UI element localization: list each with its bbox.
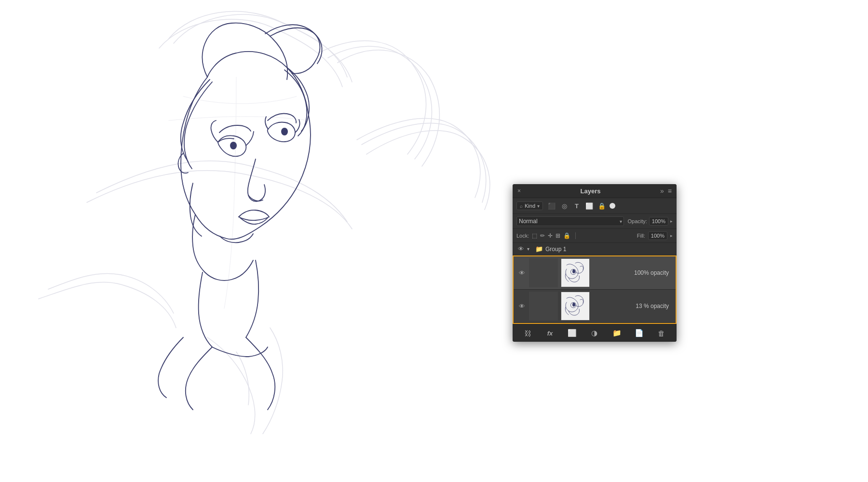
- add-adjustment-icon[interactable]: ◑: [589, 327, 600, 339]
- layer-item[interactable]: 👁 100% opacity: [514, 256, 676, 290]
- smart-filter-icon[interactable]: 🔒: [597, 201, 607, 211]
- group-name-label: Group 1: [545, 246, 673, 253]
- lock-paint-icon[interactable]: ✏: [540, 232, 545, 239]
- color-filter-circle[interactable]: [610, 203, 615, 209]
- panel-title: Layers: [581, 187, 601, 195]
- opacity-label: Opacity:: [628, 218, 647, 224]
- panel-header: × Layers » ≡: [513, 184, 677, 198]
- filter-kind-label: Kind: [525, 203, 535, 209]
- group-container: 👁 100% opacity 👁: [513, 255, 677, 324]
- pixel-filter-icon[interactable]: ⬛: [547, 201, 556, 211]
- panel-footer: ⛓ fx ⬜ ◑ 📁 📄 🗑: [513, 324, 677, 342]
- filter-search-box[interactable]: ⌕ Kind ▾: [516, 201, 543, 210]
- lock-label: Lock:: [516, 233, 529, 239]
- filter-kind-arrow: ▾: [537, 203, 540, 209]
- fill-value[interactable]: 100%: [648, 231, 667, 240]
- layer2-opacity-label: 13 % opacity: [593, 303, 672, 309]
- group-visibility-icon[interactable]: 👁: [516, 245, 525, 253]
- new-group-icon[interactable]: 📁: [611, 327, 623, 339]
- lock-all-icon[interactable]: 🔒: [563, 232, 570, 239]
- blend-mode-row: Normal Multiply Screen Overlay Opacity: …: [513, 214, 677, 229]
- fill-arrow: ▸: [670, 233, 673, 238]
- fx-icon[interactable]: fx: [544, 327, 556, 339]
- sketch-artwork: [0, 0, 511, 482]
- adjustment-filter-icon[interactable]: ◎: [559, 201, 569, 211]
- group-row[interactable]: 👁 ▾ 📁 Group 1: [513, 243, 677, 255]
- svg-point-2: [572, 269, 575, 273]
- lock-artboard-icon[interactable]: ⊞: [556, 232, 560, 239]
- layer2-bg-area: [529, 292, 558, 321]
- layer-list: 👁 ▾ 📁 Group 1 👁: [513, 243, 677, 324]
- link-layers-icon[interactable]: ⛓: [522, 327, 533, 339]
- layer2-thumbnail: [561, 292, 590, 321]
- lock-transparent-icon[interactable]: ⬚: [532, 232, 537, 239]
- svg-point-1: [281, 128, 288, 135]
- type-filter-icon[interactable]: T: [572, 201, 582, 211]
- opacity-value[interactable]: 100%: [649, 217, 668, 226]
- layer2-visibility-icon[interactable]: 👁: [517, 303, 526, 310]
- fill-label: Fill:: [637, 233, 645, 239]
- layer1-thumbnail: [561, 258, 590, 287]
- search-icon: ⌕: [520, 203, 523, 209]
- canvas-area: [0, 0, 868, 482]
- new-layer-icon[interactable]: 📄: [634, 327, 645, 339]
- blend-mode-selector[interactable]: Normal Multiply Screen Overlay: [516, 216, 624, 226]
- layer1-bg-area: [529, 258, 558, 287]
- layer1-visibility-icon[interactable]: 👁: [517, 269, 526, 277]
- add-mask-icon[interactable]: ⬜: [567, 327, 578, 339]
- delete-layer-icon[interactable]: 🗑: [656, 327, 667, 339]
- lock-icons: ⬚ ✏ ✛ ⊞ 🔒: [532, 232, 570, 239]
- filter-type-icons: ⬛ ◎ T ⬜ 🔒: [547, 201, 615, 211]
- layer1-opacity-label: 100% opacity: [593, 269, 672, 276]
- shape-filter-icon[interactable]: ⬜: [584, 201, 594, 211]
- panel-close-button[interactable]: ×: [517, 187, 521, 194]
- filter-row: ⌕ Kind ▾ ⬛ ◎ T ⬜ 🔒: [513, 198, 677, 214]
- lock-move-icon[interactable]: ✛: [548, 232, 553, 239]
- panel-menu-button[interactable]: ≡: [668, 187, 672, 195]
- panel-header-controls: » ≡: [660, 187, 672, 195]
- layers-panel: × Layers » ≡ ⌕ Kind ▾ ⬛ ◎ T ⬜ 🔒 Normal M…: [513, 184, 677, 342]
- group-folder-icon: 📁: [535, 245, 543, 253]
- lock-row: Lock: ⬚ ✏ ✛ ⊞ 🔒 Fill: 100% ▸: [513, 229, 677, 243]
- svg-point-3: [572, 303, 575, 307]
- opacity-arrow: ▸: [670, 219, 673, 224]
- group-expand-arrow[interactable]: ▾: [527, 246, 533, 252]
- panel-collapse-button[interactable]: »: [660, 187, 664, 195]
- blend-mode-select[interactable]: Normal Multiply Screen Overlay: [516, 216, 624, 226]
- layer-item[interactable]: 👁 13 % opacity: [514, 290, 676, 323]
